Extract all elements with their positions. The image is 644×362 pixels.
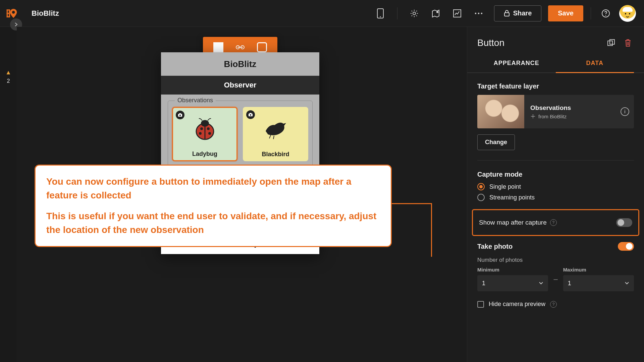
show-map-toggle[interactable] bbox=[616, 218, 632, 227]
svg-point-12 bbox=[478, 12, 479, 14]
camera-icon bbox=[176, 111, 184, 119]
card-label: Blackbird bbox=[262, 151, 289, 158]
hide-preview-row[interactable]: Hide camera preview ? bbox=[477, 301, 634, 308]
svg-rect-14 bbox=[504, 13, 509, 16]
take-photo-toggle[interactable] bbox=[618, 242, 634, 251]
max-label: Maximum bbox=[563, 267, 634, 273]
min-photos-select[interactable]: 1 bbox=[477, 275, 548, 291]
tool-link[interactable] bbox=[234, 41, 246, 53]
share-label: Share bbox=[513, 9, 532, 17]
share-button[interactable]: Share bbox=[494, 5, 542, 21]
target-layer-heading: Target feature layer bbox=[477, 82, 634, 90]
duplicate-icon[interactable] bbox=[605, 37, 617, 49]
callout-connector bbox=[431, 203, 432, 257]
annotation-callout: You can now configure a button to immedi… bbox=[35, 165, 392, 247]
svg-point-8 bbox=[413, 12, 416, 15]
svg-point-24 bbox=[200, 127, 203, 130]
tool-page[interactable] bbox=[212, 41, 224, 53]
tab-data[interactable]: DATA bbox=[556, 54, 634, 73]
change-layer-button[interactable]: Change bbox=[477, 134, 515, 150]
svg-point-41 bbox=[532, 116, 534, 117]
svg-point-7 bbox=[380, 16, 381, 17]
chevron-down-icon bbox=[539, 282, 543, 285]
card-ladybug[interactable]: Ladybug bbox=[172, 107, 237, 161]
help-icon[interactable]: ? bbox=[550, 301, 557, 308]
phone-title: BioBlitz bbox=[161, 52, 319, 76]
radio-icon bbox=[477, 183, 485, 190]
max-photos-select[interactable]: 1 bbox=[563, 275, 634, 291]
svg-point-27 bbox=[208, 132, 211, 135]
capture-mode-heading: Capture mode bbox=[477, 171, 634, 178]
svg-point-26 bbox=[199, 132, 202, 135]
callout-connector bbox=[392, 203, 432, 204]
take-photo-label: Take photo bbox=[477, 243, 513, 250]
svg-point-28 bbox=[201, 120, 209, 127]
svg-rect-4 bbox=[7, 16, 10, 17]
point-icon bbox=[530, 114, 536, 119]
phone-subtitle: Observer bbox=[161, 76, 319, 95]
svg-point-9 bbox=[436, 11, 438, 13]
radio-label: Streaming points bbox=[489, 194, 535, 201]
svg-point-11 bbox=[475, 12, 476, 14]
target-layer-card: Observations from BioBlitz i bbox=[477, 95, 634, 128]
top-icon-group bbox=[373, 6, 486, 21]
chart-icon[interactable] bbox=[450, 6, 465, 21]
save-button[interactable]: Save bbox=[548, 5, 583, 21]
hide-preview-label: Hide camera preview bbox=[489, 301, 545, 308]
panel-title: Button bbox=[477, 38, 600, 48]
show-map-after-capture-row: Show map after capture ? bbox=[472, 209, 639, 236]
tool-container[interactable] bbox=[256, 41, 268, 53]
panel-tabs: APPEARANCE DATA bbox=[467, 54, 644, 73]
min-value: 1 bbox=[482, 280, 485, 287]
checkbox-icon bbox=[477, 301, 484, 308]
more-icon[interactable] bbox=[471, 6, 486, 21]
svg-point-25 bbox=[207, 127, 210, 130]
delete-icon[interactable] bbox=[622, 37, 634, 49]
tab-appearance[interactable]: APPEARANCE bbox=[477, 54, 556, 72]
top-bar: BioBlitz Share Save bbox=[0, 0, 644, 27]
radio-single-point[interactable]: Single point bbox=[477, 183, 634, 190]
save-label: Save bbox=[558, 9, 574, 17]
min-label: Minimum bbox=[477, 267, 548, 273]
left-gutter: ▲ 2 bbox=[0, 27, 17, 362]
svg-rect-2 bbox=[7, 9, 10, 10]
camera-icon bbox=[246, 110, 255, 119]
project-title: BioBlitz bbox=[32, 9, 59, 18]
svg-point-20 bbox=[179, 115, 181, 116]
user-avatar[interactable] bbox=[619, 5, 636, 22]
card-label: Ladybug bbox=[192, 150, 217, 158]
max-value: 1 bbox=[568, 280, 571, 287]
layer-name: Observations bbox=[530, 104, 614, 112]
properties-panel: Button APPEARANCE DATA Target feature la… bbox=[467, 27, 644, 362]
layer-source: from BioBlitz bbox=[538, 114, 567, 119]
card-blackbird[interactable]: Blackbird bbox=[243, 107, 308, 161]
svg-rect-3 bbox=[7, 13, 10, 14]
warning-count: 2 bbox=[7, 78, 10, 84]
info-icon[interactable]: i bbox=[621, 107, 629, 116]
map-icon[interactable] bbox=[428, 6, 443, 21]
svg-rect-31 bbox=[250, 113, 252, 114]
svg-point-16 bbox=[605, 15, 606, 15]
lock-icon bbox=[504, 10, 510, 17]
radio-label: Single point bbox=[489, 183, 521, 190]
radio-icon bbox=[477, 194, 485, 201]
radio-streaming[interactable]: Streaming points bbox=[477, 194, 634, 201]
observations-legend: Observations bbox=[175, 97, 216, 104]
show-map-label: Show map after capture bbox=[479, 219, 547, 226]
warning-icon[interactable]: ▲ bbox=[5, 69, 11, 76]
chevron-down-icon bbox=[625, 282, 629, 285]
help-icon[interactable] bbox=[598, 6, 613, 21]
svg-point-5 bbox=[12, 11, 15, 13]
device-preview-icon[interactable] bbox=[373, 6, 388, 21]
layer-thumbnail bbox=[477, 95, 524, 128]
help-icon[interactable]: ? bbox=[550, 219, 557, 226]
svg-point-30 bbox=[250, 114, 251, 116]
callout-line2: This is useful if you want the end user … bbox=[46, 209, 380, 237]
settings-icon[interactable] bbox=[407, 6, 422, 21]
svg-rect-21 bbox=[179, 113, 181, 114]
callout-line1: You can now configure a button to immedi… bbox=[46, 175, 380, 202]
range-dash: – bbox=[553, 275, 557, 284]
svg-point-13 bbox=[481, 12, 482, 14]
num-photos-label: Number of photos bbox=[477, 257, 634, 263]
